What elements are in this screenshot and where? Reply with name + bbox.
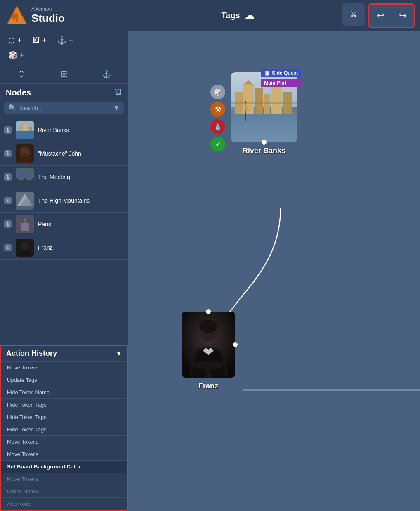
svg-rect-6	[19, 126, 22, 131]
node-thumbnail	[16, 144, 34, 163]
card-status-icons: 🎲 ⚒ 💧 ✓	[210, 85, 225, 151]
node-item[interactable]: 1 "Mustache" John	[0, 142, 128, 166]
history-item[interactable]: Move Tokens	[1, 473, 127, 485]
node-thumbnail	[16, 192, 34, 210]
cloud-icon: ☁	[245, 10, 254, 21]
toolbar-row-2: 🎲 +	[0, 50, 128, 65]
mask-button[interactable]: ⚔	[342, 3, 365, 26]
node-item[interactable]: 1 Paris	[0, 213, 128, 236]
sidebar: ⬡ + 🖼 + ⚓ + 🎲 + ⬡ 🖼	[0, 31, 128, 511]
tags-button[interactable]: Tags ☁	[133, 6, 342, 25]
history-item[interactable]: Update Tags	[1, 374, 127, 386]
tab-share[interactable]: ⬡	[0, 65, 42, 83]
tab-anchor[interactable]: ⚓	[85, 66, 128, 83]
franz-label: Franz	[198, 382, 218, 390]
node-name: "Mustache" John	[38, 150, 81, 157]
history-title: Action History	[6, 349, 57, 358]
undo-icon: ↩	[377, 10, 384, 21]
token-add-button[interactable]: 🎲 +	[7, 50, 26, 61]
image-add-button[interactable]: 🖼 +	[31, 35, 49, 46]
history-list: Move TokensUpdate TagsHide Token NameHid…	[1, 361, 127, 510]
node-item[interactable]: 1 The High Mountains	[0, 189, 128, 213]
token-add-icon: +	[20, 51, 24, 60]
history-item[interactable]: Hide Token Name	[1, 386, 127, 398]
history-item[interactable]: Move Tokens	[1, 361, 127, 374]
svg-rect-4	[16, 131, 34, 139]
node-item[interactable]: 1 The Meeting	[0, 166, 128, 189]
svg-rect-32	[271, 87, 282, 116]
node-thumbnail	[16, 239, 34, 257]
logo-area: Alkemion Studio	[0, 4, 128, 27]
undo-button[interactable]: ↩	[369, 5, 392, 27]
tab-share-icon: ⬡	[18, 69, 25, 78]
svg-rect-8	[29, 127, 32, 131]
search-input[interactable]	[20, 105, 110, 111]
franz-image	[182, 312, 235, 378]
history-item[interactable]: Unlink Nodes	[1, 485, 127, 497]
node-badge: 1	[4, 220, 12, 228]
tag-icon: 📋	[264, 70, 270, 76]
filter-icon[interactable]: ▼	[113, 104, 120, 112]
undo-redo-group: ↩ ↪	[368, 3, 415, 28]
tab-image[interactable]: 🖼	[42, 66, 85, 83]
mask-icon: ⚔	[349, 9, 358, 20]
history-item[interactable]: Move Tokens	[1, 448, 127, 460]
franz-portrait-svg	[182, 312, 235, 378]
node-badge: 1	[4, 150, 12, 157]
nodes-title: Nodes	[6, 88, 31, 97]
canvas-area[interactable]: 🎲 ⚒ 💧 ✓	[128, 31, 420, 511]
history-item[interactable]: Hide Token Tags	[1, 411, 127, 423]
redo-icon: ↪	[399, 10, 406, 21]
history-item[interactable]: Move Tokens	[1, 435, 127, 448]
node-item[interactable]: 1 River Banks	[0, 118, 128, 142]
franz-card[interactable]: Franz	[182, 312, 235, 390]
nodes-header: Nodes 🖼	[0, 84, 128, 102]
status-drop-icon[interactable]: 💧	[210, 119, 225, 134]
tab-image-icon: 🖼	[60, 70, 68, 79]
node-thumbnail	[16, 121, 34, 139]
share-icon: ⬡	[8, 36, 15, 45]
anchor-add-button[interactable]: ⚓ +	[56, 35, 75, 46]
token-icon: 🎲	[8, 51, 17, 60]
history-item[interactable]: Add Node	[1, 497, 127, 510]
status-tool-icon[interactable]: ⚒	[210, 102, 225, 117]
brand-big: Studio	[31, 12, 65, 25]
status-dice-icon[interactable]: 🎲	[210, 85, 225, 99]
image-add-icon: +	[42, 36, 47, 45]
franz-conn-dot-right	[233, 342, 238, 347]
tab-row: ⬡ 🖼 ⚓	[0, 65, 128, 84]
anchor-icon: ⚓	[57, 36, 66, 45]
status-check-icon[interactable]: ✓	[210, 137, 225, 151]
share-add-icon: +	[17, 36, 22, 45]
side-quest-label: Side Quest	[272, 70, 298, 76]
logo-icon	[7, 4, 27, 27]
history-item[interactable]: Hide Token Tags	[1, 398, 127, 411]
header-center: Tags ☁ ⚔ ↩ ↪	[128, 3, 420, 28]
svg-rect-11	[19, 156, 31, 163]
river-banks-card[interactable]: 🎲 ⚒ 💧 ✓	[231, 72, 297, 155]
history-header: Action History ▼	[1, 346, 127, 361]
svg-point-41	[199, 320, 217, 333]
history-item[interactable]: Hide Token Tags	[1, 423, 127, 435]
nodes-image-icon: 🖼	[115, 88, 122, 97]
node-name: Franz	[38, 244, 53, 251]
redo-button[interactable]: ↪	[392, 5, 414, 27]
svg-marker-37	[245, 103, 251, 111]
main-plot-tag[interactable]: Main Plot	[261, 79, 301, 87]
svg-point-25	[21, 241, 29, 251]
node-thumbnail	[16, 168, 34, 186]
main-layout: ⬡ + 🖼 + ⚓ + 🎲 + ⬡ 🖼	[0, 31, 420, 511]
svg-rect-31	[264, 94, 270, 116]
node-thumbnail	[16, 215, 34, 233]
history-chevron-icon[interactable]: ▼	[116, 350, 122, 357]
svg-rect-22	[21, 223, 29, 231]
history-item[interactable]: Set Board Background Color	[1, 460, 127, 473]
share-add-button[interactable]: ⬡ +	[7, 35, 24, 46]
node-item[interactable]: 1 Franz	[0, 236, 128, 260]
side-quest-tag[interactable]: 📋 Side Quest	[261, 69, 301, 77]
node-badge: 1	[4, 197, 12, 204]
node-name: Paris	[38, 221, 51, 227]
anchor-add-icon: +	[69, 36, 73, 45]
image-icon: 🖼	[33, 36, 40, 45]
node-badge: 1	[4, 244, 12, 251]
